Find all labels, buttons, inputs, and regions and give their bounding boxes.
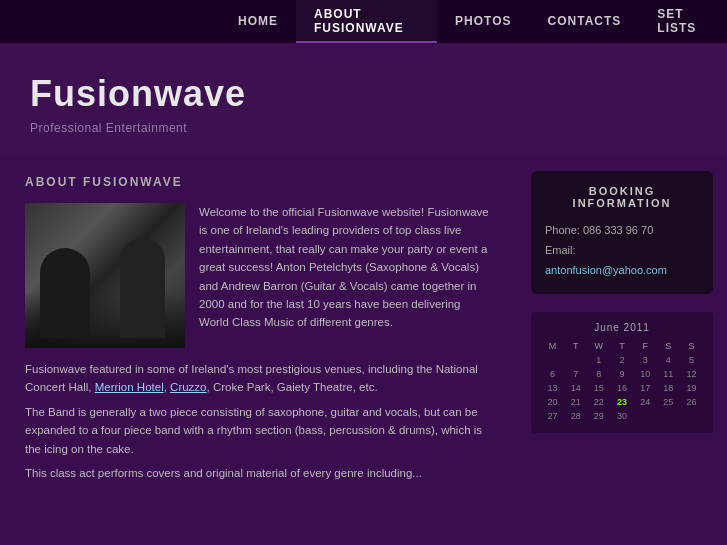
calendar-day: 8	[587, 367, 610, 381]
booking-phone: Phone: 086 333 96 70	[545, 221, 699, 241]
calendar-day: 25	[657, 395, 680, 409]
calendar-day	[657, 409, 680, 423]
calendar-day: 19	[680, 381, 703, 395]
calendar-day: 14	[564, 381, 587, 395]
calendar-day: 21	[564, 395, 587, 409]
calendar-header-row: M T W T F S S	[541, 339, 703, 353]
calendar-day: 30	[610, 409, 633, 423]
content-left: ABOUT FUSIONWAVE Welcome to the official…	[0, 155, 517, 545]
cal-th-t2: T	[610, 339, 633, 353]
calendar-row: 20212223242526	[541, 395, 703, 409]
navigation: HOME ABOUT FUSIONWAVE PHOTOS CONTACTS SE…	[0, 0, 727, 43]
nav-logo-area	[0, 0, 220, 43]
calendar-day: 4	[657, 353, 680, 367]
calendar-day: 17	[634, 381, 657, 395]
main-area: ABOUT FUSIONWAVE Welcome to the official…	[0, 155, 727, 545]
calendar-day: 13	[541, 381, 564, 395]
site-subtitle: Professional Entertainment	[30, 121, 697, 135]
calendar-grid: M T W T F S S 12345678910111213141516171…	[541, 339, 703, 423]
article-full-text: Fusionwave featured in some of Ireland's…	[25, 360, 492, 482]
calendar-month-year: June 2011	[541, 322, 703, 333]
calendar-day: 20	[541, 395, 564, 409]
calendar-row: 13141516171819	[541, 381, 703, 395]
cal-th-w: W	[587, 339, 610, 353]
article-intro-text: Welcome to the official Fusionwave websi…	[199, 203, 492, 348]
booking-info: Phone: 086 333 96 70 Email: antonfusion@…	[545, 221, 699, 280]
calendar-day: 15	[587, 381, 610, 395]
section-title: ABOUT FUSIONWAVE	[25, 175, 492, 189]
calendar-row: 12345	[541, 353, 703, 367]
calendar: June 2011 M T W T F S S 1234567891011121…	[531, 312, 713, 433]
article-p2: Fusionwave featured in some of Ireland's…	[25, 360, 492, 397]
calendar-day	[680, 409, 703, 423]
calendar-day: 24	[634, 395, 657, 409]
booking-email: Email: antonfusion@yahoo.com	[545, 241, 699, 281]
booking-box: BOOKING INFORMATION Phone: 086 333 96 70…	[531, 171, 713, 294]
phone-label: Phone:	[545, 224, 580, 236]
article-p4: This class act performs covers and origi…	[25, 464, 492, 482]
calendar-day: 1	[587, 353, 610, 367]
calendar-row: 27282930	[541, 409, 703, 423]
cal-th-s2: S	[680, 339, 703, 353]
link-cruzzo[interactable]: Cruzzo	[170, 381, 206, 393]
calendar-row: 6789101112	[541, 367, 703, 381]
calendar-day	[541, 353, 564, 367]
calendar-day: 7	[564, 367, 587, 381]
site-title: Fusionwave	[30, 73, 697, 115]
email-link[interactable]: antonfusion@yahoo.com	[545, 264, 667, 276]
booking-title: BOOKING INFORMATION	[545, 185, 699, 209]
calendar-day: 26	[680, 395, 703, 409]
calendar-day: 11	[657, 367, 680, 381]
calendar-day: 3	[634, 353, 657, 367]
calendar-day: 29	[587, 409, 610, 423]
cal-th-m: M	[541, 339, 564, 353]
nav-items: HOME ABOUT FUSIONWAVE PHOTOS CONTACTS SE…	[220, 0, 727, 43]
link-merrion[interactable]: Merrion Hotel	[95, 381, 164, 393]
nav-item-contacts[interactable]: CONTACTS	[530, 0, 640, 43]
email-label: Email:	[545, 244, 576, 256]
nav-item-setlists[interactable]: SET LISTS	[639, 0, 727, 43]
sidebar: BOOKING INFORMATION Phone: 086 333 96 70…	[517, 155, 727, 545]
calendar-day: 16	[610, 381, 633, 395]
nav-item-about[interactable]: ABOUT FUSIONWAVE	[296, 0, 437, 43]
phone-value: 086 333 96 70	[583, 224, 653, 236]
calendar-day	[634, 409, 657, 423]
hero-section: Fusionwave Professional Entertainment	[0, 43, 727, 155]
calendar-day	[564, 353, 587, 367]
calendar-day: 12	[680, 367, 703, 381]
article-p3: The Band is generally a two piece consis…	[25, 403, 492, 458]
calendar-day: 27	[541, 409, 564, 423]
band-photo	[25, 203, 185, 348]
calendar-day: 10	[634, 367, 657, 381]
calendar-day: 23	[610, 395, 633, 409]
nav-item-photos[interactable]: PHOTOS	[437, 0, 529, 43]
calendar-day: 6	[541, 367, 564, 381]
calendar-day: 18	[657, 381, 680, 395]
calendar-day: 28	[564, 409, 587, 423]
calendar-day: 9	[610, 367, 633, 381]
cal-th-f: F	[634, 339, 657, 353]
calendar-day: 2	[610, 353, 633, 367]
cal-th-s1: S	[657, 339, 680, 353]
nav-item-home[interactable]: HOME	[220, 0, 296, 43]
calendar-day: 22	[587, 395, 610, 409]
calendar-day: 5	[680, 353, 703, 367]
cal-th-t1: T	[564, 339, 587, 353]
article-body: Welcome to the official Fusionwave websi…	[25, 203, 492, 348]
